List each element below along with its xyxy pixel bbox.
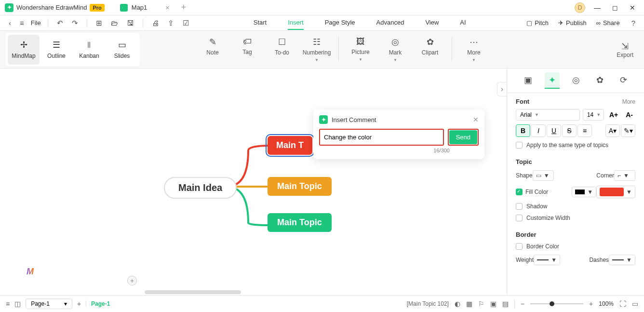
corner-select[interactable]: ⌐▼ (614, 170, 635, 181)
file-menu[interactable]: File (31, 19, 41, 27)
shadow-row[interactable]: Shadow (516, 203, 635, 210)
font-family-select[interactable]: Arial▼ (516, 109, 580, 121)
zoom-slider[interactable] (530, 303, 583, 304)
undo-icon[interactable]: ↶ (55, 18, 65, 28)
bold-button[interactable]: B (516, 124, 530, 137)
decrease-font-button[interactable]: A- (623, 109, 635, 120)
view-kanban[interactable]: ⦀Kanban (73, 35, 105, 65)
split-view-icon[interactable]: ◫ (14, 300, 21, 308)
status-flag-icon[interactable]: ⚐ (478, 300, 484, 308)
view-slides[interactable]: ▭Slides (106, 35, 138, 65)
status-page-icon[interactable]: ▤ (502, 300, 509, 308)
menu-view[interactable]: View (425, 16, 439, 30)
open-icon[interactable]: 🗁 (109, 18, 120, 28)
help-icon[interactable]: ? (630, 18, 637, 28)
zoom-value[interactable]: 100% (599, 300, 614, 307)
highlight-button[interactable]: ✎▾ (621, 124, 635, 137)
view-mindmap[interactable]: ✢MindMap (8, 35, 40, 65)
panel-collapse-button[interactable]: › (497, 82, 507, 96)
font-size-select[interactable]: 14▼ (583, 109, 604, 121)
minimize-button[interactable]: — (591, 3, 604, 13)
node-topic-3[interactable]: Main Topic (268, 213, 332, 232)
doc-tab[interactable]: Map1 × (114, 1, 175, 14)
panel-tab-style[interactable]: ▣ (520, 72, 536, 89)
increase-font-button[interactable]: A+ (607, 109, 620, 120)
tool-clipart[interactable]: ✿Clipart (415, 37, 445, 62)
custom-width-row[interactable]: Customize Width (516, 215, 635, 221)
add-node-button[interactable]: + (127, 276, 137, 285)
close-comment-icon[interactable]: ✕ (473, 116, 479, 123)
zoom-in-button[interactable]: + (589, 300, 593, 308)
status-globe-icon[interactable]: ◐ (455, 300, 460, 308)
hamburger-icon[interactable]: ≡ (18, 18, 26, 28)
fill-color-checkbox[interactable] (516, 189, 523, 195)
panel-tab-mark[interactable]: ◎ (568, 72, 584, 89)
zoom-out-button[interactable]: − (521, 300, 524, 308)
canvas[interactable]: Main Idea Main T Main Topic Main Topic +… (0, 68, 507, 295)
print-icon[interactable]: 🖨 (150, 18, 161, 28)
close-window-button[interactable]: ✕ (627, 3, 638, 13)
close-tab-icon[interactable]: × (165, 4, 169, 12)
horizontal-scrollbar[interactable] (145, 290, 241, 294)
weight-select[interactable]: ▼ (534, 255, 560, 265)
save-icon[interactable]: 🖫 (125, 18, 136, 28)
strikethrough-button[interactable]: S (562, 124, 577, 137)
status-grid-icon[interactable]: ▦ (466, 300, 472, 308)
zoom-thumb[interactable] (550, 301, 554, 306)
add-tab-button[interactable]: + (181, 2, 187, 13)
tool-more[interactable]: ⋯More▼ (459, 37, 489, 62)
panel-tab-clipart[interactable]: ✿ (592, 72, 607, 89)
fill-color-select[interactable]: ▼ (596, 186, 635, 198)
page-tab[interactable]: Page-1 (86, 300, 115, 307)
border-color-row[interactable]: Border Color (516, 243, 635, 250)
node-topic-2[interactable]: Main Topic (268, 177, 332, 196)
redo-icon[interactable]: ↷ (70, 18, 80, 28)
maximize-button[interactable]: ◻ (609, 3, 621, 13)
panel-tab-format[interactable]: ✦ (545, 72, 560, 89)
menu-page-style[interactable]: Page Style (325, 16, 355, 30)
share-icon[interactable]: ⇪ (166, 18, 176, 28)
back-icon[interactable]: ‹ (7, 18, 13, 28)
user-avatar[interactable]: D (575, 2, 585, 13)
panel-tab-history[interactable]: ⟳ (616, 72, 631, 89)
node-topic-1[interactable]: Main T (268, 136, 312, 155)
tool-numbering[interactable]: ☷Numbering▼ (302, 37, 332, 62)
add-page-button[interactable]: + (77, 300, 81, 308)
node-main-idea[interactable]: Main Idea (164, 177, 237, 199)
align-button[interactable]: ≡ (577, 124, 592, 137)
menu-ai[interactable]: AI (460, 16, 466, 30)
tool-mark[interactable]: ◎Mark▼ (380, 37, 410, 62)
menu-advanced[interactable]: Advanced (376, 16, 404, 30)
comment-input[interactable] (320, 130, 443, 145)
publish-button[interactable]: ✈Publish (558, 19, 587, 27)
fill-mode-select[interactable]: ▼ (572, 187, 596, 197)
apply-same-type-row[interactable]: Apply to the same type of topics (516, 142, 635, 149)
menu-insert[interactable]: Insert (288, 16, 304, 30)
italic-button[interactable]: I (531, 124, 546, 137)
tool-tag[interactable]: 🏷Tag (232, 37, 262, 62)
dashes-select[interactable]: ▼ (609, 255, 635, 265)
new-icon[interactable]: ⊞ (94, 18, 104, 28)
export-button[interactable]: ⇲ Export (617, 41, 638, 58)
shadow-checkbox[interactable] (516, 203, 523, 210)
font-color-button[interactable]: A▾ (605, 124, 620, 137)
menu-start[interactable]: Start (254, 16, 267, 30)
font-more-link[interactable]: More (622, 98, 635, 105)
outline-view-icon[interactable]: ≡ (6, 300, 10, 308)
pitch-button[interactable]: ▢Pitch (526, 19, 549, 27)
fit-icon[interactable]: ▭ (632, 300, 638, 308)
underline-button[interactable]: U (547, 124, 561, 137)
border-color-checkbox[interactable] (516, 243, 523, 250)
status-layer-icon[interactable]: ▣ (490, 300, 496, 308)
view-outline[interactable]: ☰Outline (40, 35, 72, 65)
fullscreen-icon[interactable]: ⛶ (619, 300, 626, 308)
apply-same-checkbox[interactable] (516, 142, 523, 149)
send-button[interactable]: Send (449, 130, 477, 144)
tool-picture[interactable]: 🖼Picture▼ (346, 37, 376, 62)
tool-todo[interactable]: ☐To-do (267, 37, 297, 62)
shape-select[interactable]: ▭▼ (533, 170, 554, 181)
tool-note[interactable]: ✎Note (198, 37, 228, 62)
export-icon[interactable]: ☑ (181, 18, 191, 28)
share-button[interactable]: ∞Share (596, 19, 620, 27)
custom-width-checkbox[interactable] (516, 215, 523, 221)
